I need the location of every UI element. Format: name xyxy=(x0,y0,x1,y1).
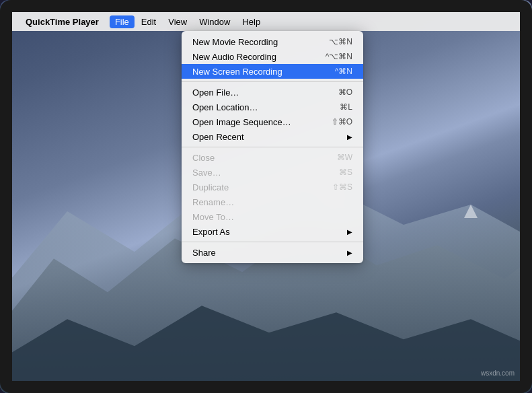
screen-wrapper: QuickTime Player File Edit View Window H… xyxy=(0,0,532,393)
menu-item-label: Open Location… xyxy=(192,102,329,112)
menu-open-location[interactable]: Open Location… ⌘L xyxy=(182,100,363,114)
menu-item-label: Save… xyxy=(192,168,328,178)
app-name-label: QuickTime Player xyxy=(26,17,99,27)
menu-item-label: New Audio Recording xyxy=(192,52,315,62)
menu-separator-2 xyxy=(182,147,363,147)
menubar-help[interactable]: Help xyxy=(237,15,266,28)
menu-new-audio-recording[interactable]: New Audio Recording ^⌥⌘N xyxy=(182,49,363,64)
watermark: wsxdn.com xyxy=(481,369,515,377)
menubar-view[interactable]: View xyxy=(163,15,192,28)
menu-close: Close ⌘W xyxy=(182,150,363,165)
menubar-file[interactable]: File xyxy=(110,15,135,28)
menubar-items: File Edit View Window Help xyxy=(110,15,266,28)
menu-item-label: Open File… xyxy=(192,87,328,98)
menu-open-image-sequence[interactable]: Open Image Sequence… ⇧⌘O xyxy=(182,114,363,129)
menu-item-shortcut: ^⌥⌘N xyxy=(326,52,352,61)
menubar: QuickTime Player File Edit View Window H… xyxy=(12,12,520,31)
submenu-arrow-icon: ▶ xyxy=(347,133,352,141)
submenu-arrow-icon: ▶ xyxy=(347,249,352,256)
menu-item-label: Close xyxy=(192,153,326,163)
menu-share[interactable]: Share ▶ xyxy=(182,245,363,260)
menu-item-shortcut: ⇧⌘O xyxy=(332,117,352,127)
menu-item-label: Open Recent xyxy=(192,132,342,142)
menu-separator-1 xyxy=(182,81,363,82)
menu-rename: Rename… xyxy=(182,194,363,209)
menu-separator-3 xyxy=(182,242,363,242)
menu-item-label: New Screen Recording xyxy=(192,67,324,77)
menu-item-label: Open Image Sequence… xyxy=(192,117,321,127)
menu-open-file[interactable]: Open File… ⌘O xyxy=(182,85,363,100)
menu-item-label: New Movie Recording xyxy=(192,37,318,47)
menu-item-shortcut: ⌘S xyxy=(339,168,352,177)
menu-item-label: Move To… xyxy=(192,212,352,222)
menu-export-as[interactable]: Export As ▶ xyxy=(182,224,363,239)
menubar-window[interactable]: Window xyxy=(194,15,235,28)
menu-new-screen-recording[interactable]: New Screen Recording ^⌘N xyxy=(182,64,363,79)
menu-item-shortcut: ⌘L xyxy=(340,102,352,112)
menubar-edit[interactable]: Edit xyxy=(136,15,161,28)
menu-item-label: Share xyxy=(192,248,342,258)
menu-new-movie-recording[interactable]: New Movie Recording ⌥⌘N xyxy=(182,34,363,49)
menu-save: Save… ⌘S xyxy=(182,165,363,180)
menu-item-shortcut: ⇧⌘S xyxy=(332,182,352,192)
menu-item-label: Rename… xyxy=(192,197,352,207)
menu-item-shortcut: ⌥⌘N xyxy=(329,37,352,46)
menu-item-shortcut: ⌘O xyxy=(338,87,352,97)
menu-item-label: Export As xyxy=(192,227,342,237)
menu-item-label: Duplicate xyxy=(192,182,321,192)
menu-item-shortcut: ⌘W xyxy=(337,153,352,162)
menu-item-shortcut: ^⌘N xyxy=(335,67,352,76)
file-dropdown-menu: New Movie Recording ⌥⌘N New Audio Record… xyxy=(182,31,363,263)
menu-move-to: Move To… xyxy=(182,209,363,224)
menu-duplicate: Duplicate ⇧⌘S xyxy=(182,180,363,194)
menu-open-recent[interactable]: Open Recent ▶ xyxy=(182,129,363,144)
submenu-arrow-icon: ▶ xyxy=(347,228,352,236)
